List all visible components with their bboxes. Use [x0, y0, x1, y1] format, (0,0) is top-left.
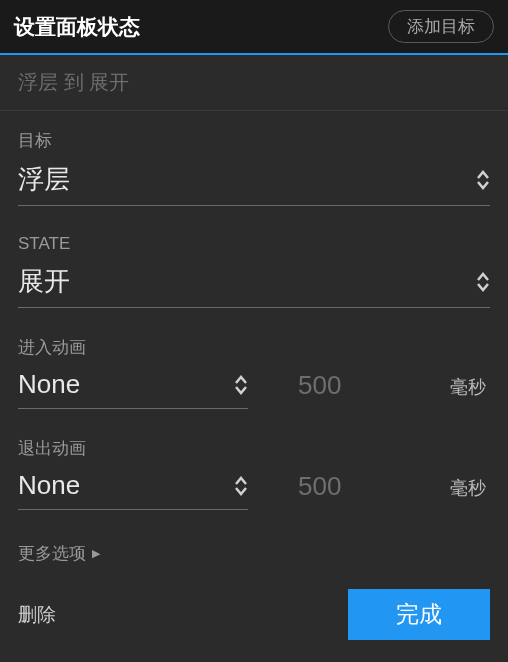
- enter-animation-dropdown[interactable]: None: [18, 369, 248, 409]
- target-value: 浮层: [18, 162, 70, 197]
- state-dropdown[interactable]: 展开: [18, 264, 490, 308]
- triangle-right-icon: ▶: [92, 547, 100, 560]
- chevron-up-down-icon: [476, 272, 490, 292]
- state-value: 展开: [18, 264, 70, 299]
- delete-button[interactable]: 删除: [18, 602, 56, 628]
- add-target-button[interactable]: 添加目标: [388, 10, 494, 43]
- enter-animation-value: None: [18, 369, 80, 400]
- enter-duration-input[interactable]: [298, 370, 398, 409]
- enter-animation-field: 进入动画 None: [18, 336, 258, 409]
- target-label: 目标: [18, 129, 490, 152]
- ms-unit-label: 毫秒: [450, 476, 490, 510]
- panel-content: 目标 浮层 STATE 展开 进入动画 None: [0, 111, 508, 658]
- breadcrumb: 浮层 到 展开: [0, 55, 508, 111]
- more-options-toggle[interactable]: 更多选项 ▶: [18, 538, 490, 589]
- exit-animation-row: 退出动画 None 毫秒: [18, 437, 490, 510]
- chevron-up-down-icon: [476, 170, 490, 190]
- enter-animation-row: 进入动画 None 毫秒: [18, 336, 490, 409]
- panel-title: 设置面板状态: [14, 13, 140, 41]
- done-button[interactable]: 完成: [348, 589, 490, 640]
- panel-footer: 删除 完成: [18, 589, 490, 658]
- exit-animation-field: 退出动画 None: [18, 437, 258, 510]
- exit-animation-value: None: [18, 470, 80, 501]
- state-field: STATE 展开: [18, 234, 490, 308]
- chevron-up-down-icon: [234, 476, 248, 496]
- exit-animation-label: 退出动画: [18, 437, 258, 460]
- exit-duration-input[interactable]: [298, 471, 398, 510]
- more-options-label: 更多选项: [18, 542, 86, 565]
- enter-animation-label: 进入动画: [18, 336, 258, 359]
- chevron-up-down-icon: [234, 375, 248, 395]
- ms-unit-label: 毫秒: [450, 375, 490, 409]
- state-label: STATE: [18, 234, 490, 254]
- exit-animation-dropdown[interactable]: None: [18, 470, 248, 510]
- panel-header: 设置面板状态 添加目标: [0, 0, 508, 55]
- target-dropdown[interactable]: 浮层: [18, 162, 490, 206]
- target-field: 目标 浮层: [18, 129, 490, 206]
